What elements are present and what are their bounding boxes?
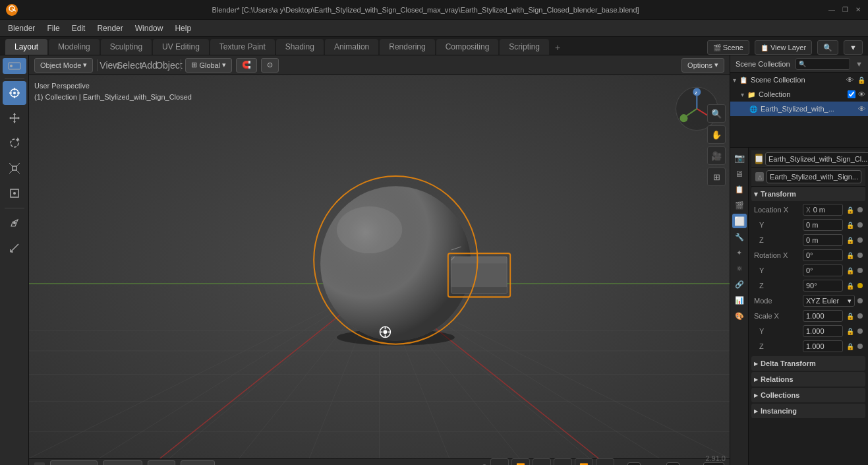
render-props-btn[interactable]: 📷 (732, 150, 747, 165)
move-tool-button[interactable] (3, 106, 26, 130)
scene-props-btn[interactable]: 🎬 (732, 198, 747, 212)
mode-dropdown[interactable]: Object Mode ▾ (34, 58, 93, 73)
constraint-props-btn[interactable]: 🔗 (732, 277, 747, 292)
proportional-btn[interactable]: ⊙ (261, 58, 279, 73)
relations-section[interactable]: ▸ Relations (751, 372, 865, 387)
view-layer-btn[interactable]: 📋 View Layer (755, 40, 812, 55)
data-props-btn[interactable]: 📊 (732, 293, 747, 307)
add-menu[interactable]: Add (141, 58, 157, 73)
view-layer-props-btn[interactable]: 📋 (732, 182, 747, 197)
location-z-lock[interactable]: 🔒 (846, 235, 855, 245)
location-z-field[interactable]: 0 m (803, 234, 843, 246)
outliner-filter-btn[interactable]: ▼ (855, 60, 863, 68)
location-y-field[interactable]: 0 m (803, 219, 843, 231)
object-eye[interactable]: 👁 (858, 105, 865, 113)
options-btn[interactable]: Options ▾ (681, 58, 724, 73)
location-y-lock[interactable]: 🔒 (846, 220, 855, 230)
select-menu[interactable]: Select (121, 58, 137, 73)
minimize-button[interactable]: — (827, 5, 836, 15)
rotation-y-field[interactable]: 0° (803, 264, 843, 276)
object-name-display[interactable]: Earth_Stylized_with_Sign_Cl... (765, 152, 868, 166)
cursor-tool-button[interactable] (3, 81, 26, 105)
rotation-y-lock[interactable]: 🔒 (846, 266, 855, 275)
rotation-z-lock[interactable]: 🔒 (846, 281, 855, 290)
menu-file[interactable]: File (42, 21, 65, 36)
transform-dropdown[interactable]: ⊞ Global ▾ (185, 58, 232, 73)
measure-tool-button[interactable] (3, 236, 26, 260)
view-menu[interactable]: View (101, 58, 117, 73)
tab-layout[interactable]: Layout (5, 39, 47, 55)
tab-animation[interactable]: Animation (325, 39, 378, 55)
object-menu[interactable]: Object (161, 58, 177, 73)
filter-btn[interactable]: ▼ (844, 40, 863, 55)
tab-scripting[interactable]: Scripting (500, 39, 549, 55)
scale-y-lock[interactable]: 🔒 (846, 326, 855, 336)
menu-render[interactable]: Render (92, 21, 128, 36)
modifier-props-btn[interactable]: 🔧 (732, 230, 747, 244)
object-name-field[interactable]: Earth_Stylized_with_Sign_Cl... (765, 152, 868, 166)
outliner-scene-collection[interactable]: ▾ 📋 Scene Collection 👁 🔒 (730, 73, 868, 87)
outliner-object-row[interactable]: 🌐 Earth_Stylized_with_... 👁 (730, 102, 868, 116)
zoom-viewport-btn[interactable]: 🔍 (707, 104, 726, 123)
rotate-tool-button[interactable] (3, 131, 26, 155)
tab-compositing[interactable]: Compositing (436, 39, 499, 55)
menu-blender[interactable]: Blender (3, 21, 40, 36)
scene-collection-restrict[interactable]: 🔒 (857, 77, 865, 84)
location-x-field[interactable]: X 0 m (803, 204, 843, 216)
tab-texture-paint[interactable]: Texture Paint (210, 39, 275, 55)
rotation-z-field[interactable]: 90° (803, 280, 843, 292)
play-reverse-btn[interactable]: ◀ (533, 458, 551, 466)
next-keyframe-btn[interactable]: ⏩ (575, 458, 593, 466)
scale-x-field[interactable]: 1.000 (803, 310, 843, 322)
scale-y-field[interactable]: 1.000 (803, 325, 843, 337)
maximize-button[interactable]: ❐ (840, 5, 850, 15)
start-frame-field[interactable]: 1 (666, 462, 680, 466)
menu-help[interactable]: Help (169, 21, 196, 36)
prev-keyframe-btn[interactable]: ⏪ (511, 458, 530, 466)
annotate-tool-button[interactable] (3, 211, 26, 235)
play-btn[interactable]: ▶ (554, 458, 572, 466)
data-name-field[interactable]: Earth_Stylized_with_Sign... (767, 170, 861, 183)
scale-z-field[interactable]: 1.000 (803, 340, 843, 352)
keying-menu[interactable]: Keying▾ (103, 460, 143, 466)
pan-viewport-btn[interactable]: ✋ (707, 125, 726, 144)
add-workspace-button[interactable]: + (550, 40, 565, 55)
output-props-btn[interactable]: 🖥 (732, 166, 747, 181)
tab-sculpting[interactable]: Sculpting (101, 39, 152, 55)
search-btn[interactable]: 🔍 (817, 40, 838, 55)
delta-transform-section[interactable]: ▸ Delta Transform (751, 356, 865, 371)
rotation-x-field[interactable]: 0° (803, 249, 843, 261)
location-x-lock[interactable]: 🔒 (846, 205, 855, 214)
grid-viewport-btn[interactable]: ⊞ (707, 168, 726, 186)
scale-z-lock[interactable]: 🔒 (846, 342, 855, 351)
rotation-mode-dropdown[interactable]: XYZ Euler ▾ (803, 295, 855, 307)
tab-shading[interactable]: Shading (276, 39, 324, 55)
collection-visibility-check[interactable] (848, 90, 855, 98)
scale-x-lock[interactable]: 🔒 (846, 311, 855, 321)
collections-section[interactable]: ▸ Collections (751, 388, 865, 402)
scale-tool-button[interactable] (3, 156, 26, 180)
physics-props-btn[interactable]: ⚛ (732, 261, 747, 276)
current-frame-field[interactable]: 1 (627, 462, 641, 466)
snap-btn[interactable]: 🧲 (236, 58, 257, 73)
instancing-section[interactable]: ▸ Instancing (751, 404, 865, 418)
object-props-btn[interactable]: ⬜ (732, 214, 747, 228)
material-props-btn[interactable]: 🎨 (732, 309, 747, 323)
menu-window[interactable]: Window (130, 21, 169, 36)
camera-viewport-btn[interactable]: 🎥 (707, 146, 726, 165)
timeline-view-menu[interactable]: View (148, 460, 175, 466)
outliner-search[interactable]: 🔍 (796, 58, 851, 70)
transform-section-header[interactable]: ▾ Transform (751, 187, 865, 201)
outliner-collection-row[interactable]: ▾ 📁 Collection 👁 (730, 87, 868, 102)
rotation-x-lock[interactable]: 🔒 (846, 251, 855, 260)
playback-menu[interactable]: Playback▾ (50, 460, 98, 466)
jump-to-end-btn[interactable]: ⏭ (596, 458, 614, 466)
jump-to-start-btn[interactable]: ⏮ (490, 458, 509, 466)
tab-modeling[interactable]: Modeling (49, 39, 100, 55)
collection-eye[interactable]: 👁 (858, 90, 865, 98)
close-button[interactable]: ✕ (854, 5, 863, 15)
marker-menu[interactable]: Marker (181, 460, 215, 466)
end-frame-field[interactable]: 250 (703, 462, 724, 466)
scene-collection-visibility[interactable]: 👁 (846, 76, 854, 84)
scene-icon-btn[interactable]: 🎬 Scene (707, 40, 749, 55)
